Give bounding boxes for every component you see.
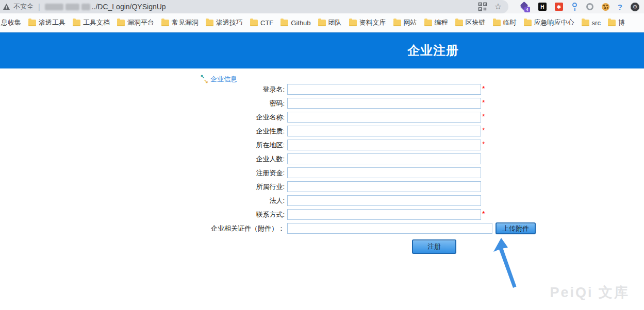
bookmark-item[interactable]: 资料文库: [349, 18, 386, 27]
folder-icon: [280, 20, 288, 26]
bookmark-item[interactable]: 渗透技巧: [206, 18, 243, 27]
redacted-domain: [45, 4, 90, 10]
bookmark-label: 渗透技巧: [216, 18, 243, 27]
form-row: 企业名称: *: [0, 112, 567, 126]
bookmark-label: 工具文档: [83, 18, 110, 27]
bookmark-item[interactable]: 团队: [318, 18, 342, 27]
register-button[interactable]: 注册: [412, 239, 456, 254]
company-info-link[interactable]: ↖↘ 企业信息: [200, 75, 237, 84]
form-row: 法人: *: [0, 195, 567, 209]
bookmark-label: 团队: [328, 18, 342, 27]
field-input[interactable]: [287, 112, 481, 123]
folder-icon: [493, 20, 501, 26]
field-input[interactable]: [287, 84, 481, 95]
field-input[interactable]: [287, 167, 481, 178]
bookmark-item[interactable]: 工具文档: [73, 18, 110, 27]
url-separator: |: [38, 3, 40, 11]
folder-icon: [582, 20, 589, 26]
attachment-input[interactable]: [287, 223, 492, 234]
bookmark-item[interactable]: 编程: [424, 18, 448, 27]
bookmark-label: 临时: [503, 18, 517, 27]
required-marker: *: [482, 209, 486, 219]
bookmark-label: 息收集: [1, 18, 21, 27]
bookmark-item[interactable]: 应急响应中心: [524, 18, 574, 27]
field-label: 法人:: [0, 195, 285, 206]
warning-triangle-icon: [3, 3, 10, 10]
address-bar[interactable]: 不安全 | ../DC_Login/QYSignUp ☆: [0, 0, 508, 13]
form-row: 登录名: *: [0, 84, 567, 98]
field-label: 注册资金:: [0, 167, 285, 178]
required-marker: *: [482, 126, 486, 135]
cookie-icon[interactable]: [602, 3, 609, 11]
keyhole-pin-icon[interactable]: [571, 2, 578, 11]
field-label: 所在地区:: [0, 140, 285, 150]
form-rows: 登录名: * 密码: * 企业名称: * 企业性质: * 所在地区: * 企业人: [0, 84, 567, 237]
url-path[interactable]: ../DC_Login/QYSignUp: [92, 3, 166, 11]
bookmark-item[interactable]: Github: [280, 19, 310, 27]
registration-form-page: ↖↘ 企业信息 登录名: * 密码: * 企业名称: * 企业性质: *: [0, 68, 644, 310]
field-input[interactable]: [287, 126, 481, 136]
red-asterisk-extension-icon[interactable]: ✱: [555, 3, 563, 11]
bookmark-star-icon[interactable]: ☆: [494, 2, 502, 11]
folder-icon: [393, 20, 401, 26]
attachment-label: 企业相关证件（附件）：: [0, 223, 285, 234]
field-label: 登录名:: [0, 84, 285, 95]
field-input[interactable]: [287, 153, 481, 164]
gray-ring-icon[interactable]: [586, 3, 593, 10]
help-question-icon[interactable]: ?: [618, 3, 622, 11]
bookmark-item[interactable]: 息收集: [1, 18, 21, 27]
bookmark-item[interactable]: src: [582, 19, 601, 27]
gear-icon[interactable]: ⚙: [631, 3, 639, 11]
expand-collapse-icon: ↖↘: [200, 75, 208, 83]
folder-icon: [250, 20, 258, 26]
folder-icon: [28, 20, 36, 26]
field-input[interactable]: [287, 98, 481, 109]
field-input[interactable]: [287, 195, 481, 206]
field-input[interactable]: [287, 181, 481, 192]
bookmark-item[interactable]: 渗透工具: [28, 18, 65, 27]
field-label: 企业性质:: [0, 126, 285, 136]
extension-badge: 4: [524, 7, 530, 12]
folder-icon: [424, 20, 432, 26]
folder-icon: [349, 20, 357, 26]
form-row: 注册资金: *: [0, 167, 567, 181]
folder-icon: [117, 20, 125, 26]
folder-icon: [161, 20, 169, 26]
bookmark-item[interactable]: 常见漏洞: [161, 18, 199, 27]
field-label: 所属行业:: [0, 181, 285, 192]
folder-icon: [73, 20, 80, 26]
security-warning-label[interactable]: 不安全: [13, 2, 34, 11]
field-input[interactable]: [287, 209, 481, 220]
qr-code-icon[interactable]: [478, 2, 487, 11]
form-row: 企业性质: *: [0, 126, 567, 140]
bookmark-label: 资料文库: [359, 18, 386, 27]
bookmark-item[interactable]: 漏洞平台: [117, 18, 154, 27]
required-marker: *: [482, 112, 486, 122]
page-title: 企业注册: [407, 42, 459, 59]
form-row: 企业人数: *: [0, 153, 567, 167]
folder-icon: [455, 20, 463, 26]
hackbar-extension-icon[interactable]: H: [538, 3, 547, 11]
bookmark-label: 漏洞平台: [127, 18, 154, 27]
bookmark-item[interactable]: 网站: [393, 18, 417, 27]
bookmark-item[interactable]: 博: [608, 18, 625, 27]
folder-icon: [524, 20, 532, 26]
folder-icon: [206, 20, 213, 26]
folder-icon: [608, 20, 616, 26]
field-input[interactable]: [287, 140, 481, 150]
required-marker: *: [482, 98, 486, 108]
field-label: 密码:: [0, 98, 285, 109]
page-header: 企业注册: [0, 32, 644, 68]
required-marker: *: [482, 140, 486, 149]
bookmark-item[interactable]: CTF: [250, 19, 273, 27]
required-marker: *: [482, 84, 486, 94]
attachment-row: 企业相关证件（附件）： 上传附件: [0, 223, 567, 237]
bookmark-item[interactable]: 临时: [493, 18, 517, 27]
bookmark-label: 网站: [404, 18, 417, 27]
watermark: PeiQi 文库: [550, 283, 630, 302]
folder-icon: [318, 20, 326, 26]
wappalyzer-extension-icon[interactable]: 4: [520, 2, 530, 12]
bookmark-item[interactable]: 区块链: [455, 18, 486, 27]
section-link-label: 企业信息: [210, 75, 237, 84]
upload-attachment-button[interactable]: 上传附件: [496, 222, 536, 234]
